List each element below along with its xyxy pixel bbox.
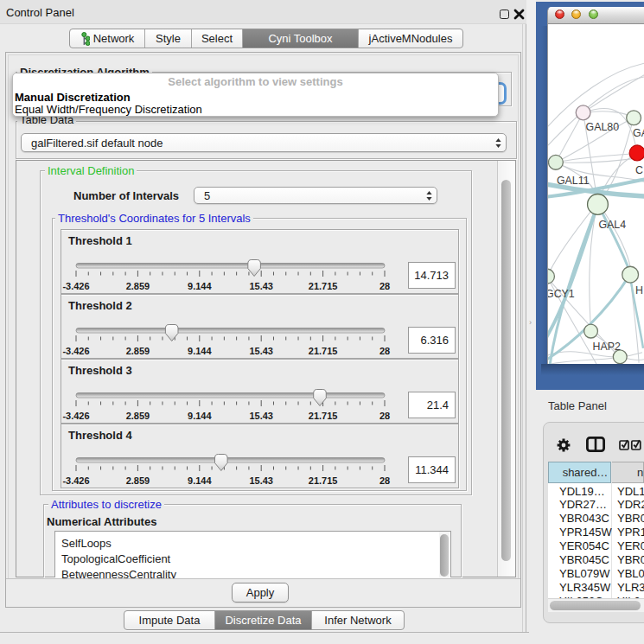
- svg-text:2.859: 2.859: [126, 475, 150, 486]
- svg-text:-3.426: -3.426: [62, 411, 89, 421]
- svg-text:9.144: 9.144: [188, 475, 212, 486]
- svg-text:GAL4: GAL4: [598, 219, 626, 231]
- svg-text:C: C: [635, 164, 643, 176]
- svg-text:21.715: 21.715: [309, 475, 338, 486]
- svg-text:2.859: 2.859: [126, 281, 150, 291]
- svg-text:GAL11: GAL11: [557, 175, 590, 187]
- svg-text:2.859: 2.859: [126, 411, 150, 421]
- svg-text:9.144: 9.144: [188, 281, 212, 291]
- svg-text:28: 28: [379, 346, 390, 356]
- svg-text:21.715: 21.715: [309, 411, 338, 421]
- svg-text:GCY1: GCY1: [547, 288, 575, 300]
- svg-text:-3.426: -3.426: [62, 281, 89, 291]
- svg-text:2.859: 2.859: [126, 346, 150, 356]
- svg-text:21.715: 21.715: [309, 346, 338, 356]
- svg-text:15.43: 15.43: [249, 411, 273, 421]
- svg-text:HAP2: HAP2: [593, 341, 621, 353]
- svg-text:GAL80: GAL80: [586, 121, 620, 133]
- svg-text:15.43: 15.43: [249, 346, 273, 356]
- svg-text:21.715: 21.715: [309, 281, 338, 291]
- svg-text:-3.426: -3.426: [62, 346, 89, 356]
- svg-text:28: 28: [379, 281, 390, 291]
- svg-text:9.144: 9.144: [188, 411, 212, 421]
- svg-text:9.144: 9.144: [188, 346, 212, 356]
- svg-text:H: H: [635, 284, 643, 296]
- svg-text:GA: GA: [633, 127, 644, 139]
- svg-text:28: 28: [379, 411, 390, 421]
- svg-text:15.43: 15.43: [249, 475, 273, 486]
- svg-text:-3.426: -3.426: [62, 475, 89, 486]
- svg-text:15.43: 15.43: [249, 281, 273, 291]
- svg-text:28: 28: [379, 475, 390, 486]
